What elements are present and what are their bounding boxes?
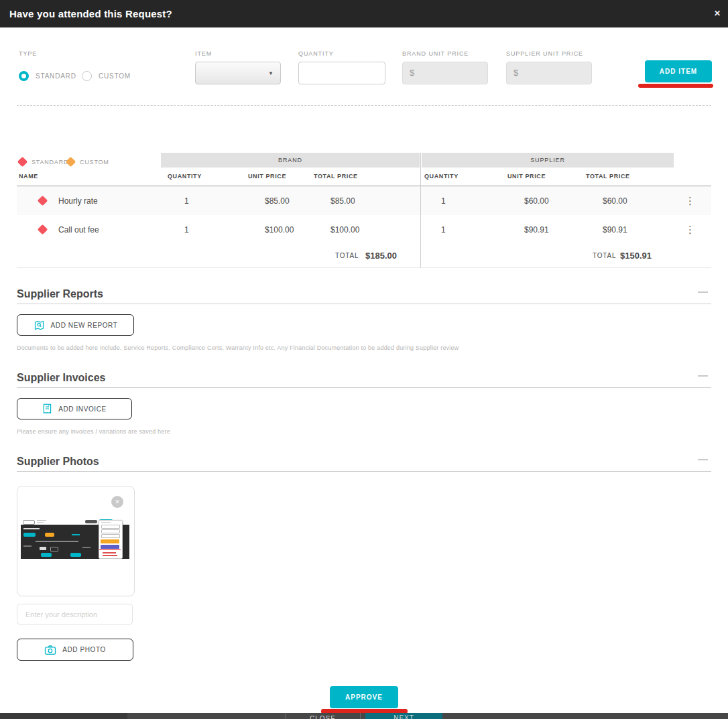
annotation-underline [638, 84, 713, 88]
add-photo-button[interactable]: ADD PHOTO [17, 639, 133, 661]
row-brand-quantity: 1 [184, 186, 189, 215]
row-name: Call out fee [58, 215, 99, 244]
col-name: NAME [19, 173, 38, 180]
add-new-report-button[interactable]: ADD NEW REPORT [17, 314, 134, 336]
collapse-icon[interactable] [698, 459, 708, 460]
add-new-report-label: ADD NEW REPORT [51, 322, 118, 329]
photo-description-input[interactable] [17, 604, 133, 625]
collapse-icon[interactable] [698, 291, 708, 293]
row-name: Hourly rate [58, 186, 98, 215]
type-label: TYPE [19, 50, 37, 57]
brand-group-header: BRAND [161, 153, 420, 168]
radio-standard-label: STANDARD [36, 72, 76, 80]
supplier-total-value: $150.91 [620, 244, 652, 267]
dashed-divider [17, 105, 711, 106]
standard-diamond-icon [38, 196, 48, 206]
chevron-down-icon: ▼ [268, 70, 274, 76]
section-divider [17, 387, 711, 388]
modal-title: Have you attended this Request? [9, 8, 172, 19]
col-brand-quantity: QUANTITY [168, 173, 202, 180]
col-supplier-unit-price: UNIT PRICE [507, 173, 546, 180]
supplier-unit-price-input[interactable] [506, 62, 592, 84]
divider [285, 713, 286, 719]
supplier-group-header: SUPPLIER [422, 153, 674, 168]
standard-diamond-icon [38, 224, 48, 235]
table-row: Call out fee 1 $100.00 $100.00 1 $90.91 … [17, 215, 711, 245]
approve-button[interactable]: APPROVE [330, 686, 398, 708]
add-item-button[interactable]: ADD ITEM [645, 60, 712, 82]
item-select[interactable]: ▼ [195, 62, 281, 84]
report-icon [34, 320, 45, 331]
radio-custom[interactable]: CUSTOM [82, 71, 131, 81]
brand-total-label: TOTAL [335, 244, 359, 267]
supplier-unit-price-label: SUPPLIER UNIT PRICE [506, 50, 583, 57]
camera-icon [44, 645, 56, 655]
brand-unit-price-label: BRAND UNIT PRICE [402, 50, 469, 57]
legend-standard: STANDARD [19, 158, 68, 166]
table-row: Hourly rate 1 $85.00 $85.00 1 $60.00 $60… [17, 186, 711, 216]
background-panel [0, 713, 127, 719]
next-button[interactable]: NEXT [365, 713, 442, 719]
row-menu-icon[interactable]: ⋮ [685, 215, 695, 244]
photo-thumbnail [21, 519, 129, 559]
collapse-icon[interactable] [698, 375, 708, 377]
row-brand-total-price: $85.00 [330, 186, 355, 215]
legend-custom: CUSTOM [67, 158, 109, 166]
close-icon[interactable]: ✕ [714, 9, 721, 18]
row-brand-unit-price: $85.00 [265, 186, 290, 215]
reports-section-title: Supplier Reports [17, 288, 103, 300]
row-brand-quantity: 1 [184, 215, 189, 244]
col-supplier-quantity: QUANTITY [424, 173, 459, 180]
reports-helper-text: Documents to be added here include, Serv… [17, 344, 459, 351]
table-total-row: TOTAL $185.00 TOTAL $150.91 [17, 244, 711, 268]
divider [360, 713, 361, 719]
row-supplier-total-price: $90.91 [603, 215, 627, 244]
legend-standard-label: STANDARD [32, 159, 68, 166]
invoices-section-title: Supplier Invoices [17, 372, 105, 384]
row-brand-unit-price: $100.00 [265, 215, 294, 244]
brand-unit-price-input[interactable] [402, 62, 488, 84]
row-supplier-total-price: $60.00 [603, 186, 627, 215]
quantity-label: QUANTITY [298, 50, 334, 57]
radio-selected-icon [19, 71, 29, 81]
legend-custom-label: CUSTOM [80, 159, 109, 166]
row-supplier-unit-price: $60.00 [524, 186, 549, 215]
close-button[interactable]: CLOSE [310, 714, 336, 719]
section-divider [17, 471, 711, 472]
radio-standard[interactable]: STANDARD [19, 71, 76, 81]
add-invoice-label: ADD INVOICE [58, 405, 107, 413]
table-group-divider [420, 153, 421, 267]
standard-diamond-icon [17, 157, 28, 168]
add-photo-label: ADD PHOTO [62, 646, 106, 653]
quantity-input[interactable] [298, 62, 385, 84]
col-brand-unit-price: UNIT PRICE [248, 173, 286, 180]
col-supplier-total-price: TOTAL PRICE [586, 173, 630, 180]
row-supplier-quantity: 1 [441, 186, 446, 215]
item-label: ITEM [195, 50, 212, 57]
radio-unselected-icon [82, 71, 92, 81]
section-divider [17, 304, 711, 304]
remove-photo-icon[interactable]: ✕ [111, 496, 123, 508]
add-invoice-button[interactable]: ADD INVOICE [17, 398, 132, 419]
photos-section-title: Supplier Photos [17, 456, 99, 468]
row-menu-icon[interactable]: ⋮ [685, 186, 695, 215]
custom-diamond-icon [66, 157, 76, 168]
invoice-icon [42, 403, 52, 414]
invoices-helper-text: Please ensure any invoices / variations … [17, 428, 170, 435]
background-page-strip: CLOSE NEXT [0, 713, 728, 719]
row-brand-total-price: $100.00 [330, 215, 359, 244]
col-brand-total-price: TOTAL PRICE [314, 173, 358, 180]
photo-card: ✕ [17, 486, 135, 596]
supplier-total-label: TOTAL [593, 244, 616, 267]
radio-custom-label: CUSTOM [99, 72, 131, 80]
brand-total-value: $185.00 [365, 244, 397, 267]
row-supplier-unit-price: $90.91 [524, 215, 549, 244]
row-supplier-quantity: 1 [441, 215, 446, 244]
